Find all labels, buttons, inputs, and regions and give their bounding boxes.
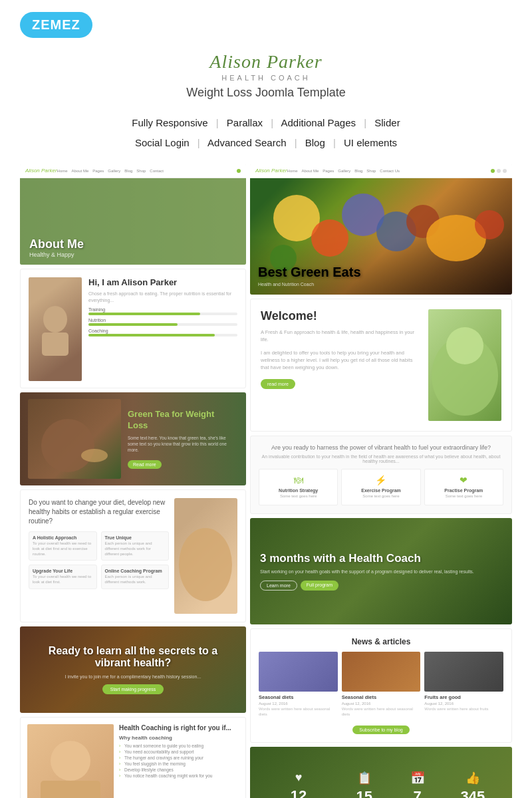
about-me-preview: Alison Parker Home About Me Pages Galler…	[20, 164, 246, 265]
diet-content: Do you want to change your diet, develop…	[29, 498, 169, 614]
stat-members: 👍 345 Happy members	[448, 771, 497, 798]
news-title: News & articles	[259, 637, 503, 646]
stat-years-number: 12	[265, 787, 332, 798]
green-tea-content: Green Tea for Weight Loss Some text here…	[121, 409, 238, 468]
news-item-3: Fruits are good August 12, 2016 Words we…	[424, 652, 503, 718]
best-green-text-area: Best Green Eats Health and Nutrition Coa…	[258, 265, 361, 287]
service-nutrition-desc: Some text goes here	[263, 494, 334, 499]
service-exercise-label: Exercise Program	[345, 488, 416, 493]
title-area: Alison Parker HEALTH COACH Weight Loss J…	[0, 45, 532, 105]
hi-alison-title: Hi, I am Alison Parker	[88, 277, 237, 287]
cta-block: Ready to learn all the secrets to a vibr…	[20, 626, 246, 713]
header: ZEMEZ	[0, 0, 532, 45]
news-item-text-1: Words were written here about seasonal d…	[259, 707, 338, 718]
welcome-btn[interactable]: read more	[261, 379, 295, 389]
feature-social: Social Login	[135, 137, 190, 148]
news-img-3	[424, 652, 503, 692]
news-item-2: Seasonal diets August 12, 2016 Words wer…	[342, 652, 421, 718]
stat-testimonials-number: 7	[396, 788, 438, 798]
diet-icon-1: A Holistic Approach To your overall heal…	[29, 531, 97, 561]
welcome-title: Welcome!	[261, 309, 422, 323]
progress-training: Training	[88, 307, 237, 315]
cta-text: I invite you to join me for a compliment…	[65, 674, 201, 679]
appointments-icon: 📋	[342, 771, 386, 785]
brand-name: Alison Parker	[13, 51, 519, 72]
sep2: |	[271, 117, 273, 128]
service-exercise: ⚡ Exercise Program Some text goes here	[341, 469, 420, 505]
news-item-title-1: Seasonal diets	[259, 694, 338, 700]
news-img-2	[342, 652, 421, 692]
diet-title: Do you want to change your diet, develop…	[29, 498, 169, 526]
dot-inactive	[497, 169, 501, 173]
hcb-program-btn[interactable]: Full program	[301, 581, 338, 591]
stat-appointments-number: 15	[342, 788, 386, 798]
diet-icon-4: Online Coaching Program Each person is u…	[101, 565, 170, 589]
news-item-title-2: Seasonal diets	[342, 694, 421, 700]
about-me-sub: Healthy & Happy	[29, 251, 84, 258]
svg-point-3	[81, 449, 108, 462]
diet-icons: A Holistic Approach To your overall heal…	[29, 531, 169, 589]
feature-additional: Additional Pages	[281, 117, 356, 128]
feature-blog: Blog	[305, 137, 325, 148]
green-tea-block: Green Tea for Weight Loss Some text here…	[20, 392, 246, 485]
cta-btn[interactable]: Start making progress	[102, 684, 164, 694]
news-item-date-2: August 12, 2016	[342, 702, 421, 706]
services-heading: Are you ready to harness the power of vi…	[259, 444, 503, 451]
nav-brand-2: Alison Parker	[255, 168, 287, 174]
best-green-title: Best Green Eats	[258, 265, 361, 280]
green-tea-btn[interactable]: Read more	[128, 460, 162, 469]
welcome-image	[428, 309, 501, 421]
svg-point-9	[311, 219, 348, 257]
diet-icon-2: True Unique Each person is unique and di…	[101, 531, 170, 561]
dot-active	[491, 169, 495, 173]
exercise-icon: ⚡	[345, 475, 416, 485]
service-nutrition-label: Nutrition Strategy	[263, 488, 334, 493]
svg-point-0	[43, 306, 67, 332]
zemez-logo[interactable]: ZEMEZ	[20, 12, 92, 38]
hcb-learn-btn[interactable]: Learn more	[260, 581, 297, 591]
svg-rect-1	[42, 332, 68, 356]
subscribe-btn[interactable]: Subscribe to my blog	[352, 726, 409, 734]
news-subscribe-area: Subscribe to my blog	[259, 722, 503, 734]
welcome-text: I am delighted to offer you tools to hel…	[261, 349, 422, 372]
svg-point-14	[475, 210, 504, 239]
sep4: |	[198, 137, 200, 148]
about-me-title: About Me	[29, 237, 84, 251]
svg-point-17	[446, 327, 483, 364]
svg-point-6	[51, 741, 90, 781]
stats-block: ♥ 12 Years of experience 📋 15 Appointmen…	[250, 747, 512, 798]
hcb-title: 3 months with a Health Coach	[260, 552, 502, 565]
years-icon: ♥	[265, 771, 332, 785]
hc-list-item: The hunger and cravings are ruining your	[119, 755, 239, 761]
feature-slider: Slider	[374, 117, 400, 128]
diet-icon-3: Upgrade Your Life To your overall health…	[29, 565, 97, 589]
green-tea-text: Some text here. You know that green tea,…	[128, 435, 231, 453]
nav-brand: Alison Parker	[25, 168, 57, 174]
stat-appointments: 📋 15 Appointments	[342, 771, 386, 798]
hc-list-item: You notice health coaching might work fo…	[119, 773, 239, 779]
best-green-sub: Health and Nutrition Coach	[258, 282, 361, 287]
diet-image	[174, 498, 237, 614]
members-icon: 👍	[448, 771, 497, 785]
stat-years: ♥ 12 Years of experience	[265, 771, 332, 798]
hc-list-item: Develop lifestyle changes	[119, 767, 239, 773]
hcb-text: Start working on your health goals with …	[260, 569, 502, 575]
about-me-hero: About Me Healthy & Happy	[20, 178, 246, 265]
feature-parallax: Parallax	[227, 117, 263, 128]
nav-dot	[237, 169, 241, 173]
services-grid: 🍽 Nutrition Strategy Some text goes here…	[259, 469, 503, 505]
news-item-text-2: Words were written here about seasonal d…	[342, 707, 421, 718]
welcome-sub: A Fresh & Fun approach to health & life,…	[261, 329, 422, 344]
alison-portrait	[29, 277, 82, 381]
hc-list-item: You want someone to guide you to eating	[119, 743, 239, 749]
best-green-preview: Alison Parker Home About Me Pages Galler…	[250, 164, 512, 295]
welcome-content: Welcome! A Fresh & Fun approach to healt…	[261, 309, 422, 421]
hc-main-title: Health Coaching is right for you if...	[119, 724, 239, 732]
service-practise-desc: Some text goes here	[428, 494, 499, 499]
service-exercise-desc: Some text goes here	[345, 494, 416, 499]
green-tea-title: Green Tea for Weight Loss	[128, 409, 231, 432]
feature-responsive: Fully Responsive	[132, 117, 207, 128]
svg-rect-7	[41, 781, 100, 798]
cta-title: Ready to learn all the secrets to a vibr…	[30, 645, 236, 669]
dot-inactive-2	[503, 169, 507, 173]
